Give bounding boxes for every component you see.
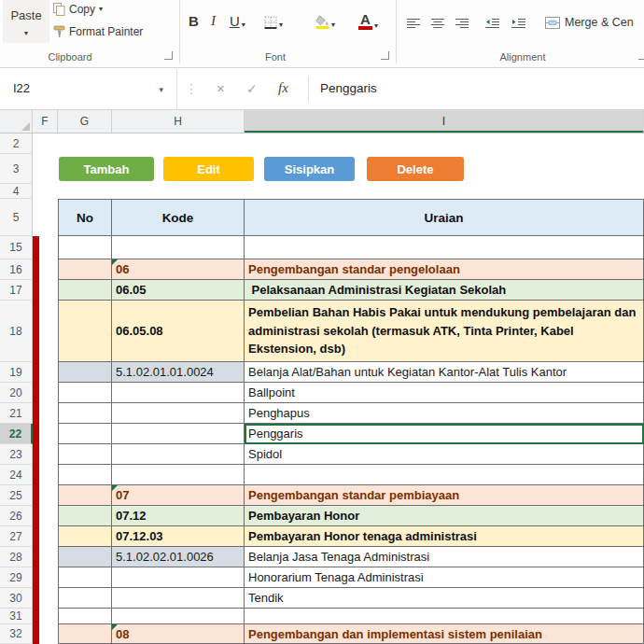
cell-f[interactable] <box>33 424 58 444</box>
cell-f[interactable] <box>33 485 58 506</box>
cell-kode[interactable]: 5.1.02.01.01.0024 <box>112 362 245 383</box>
cell-uraian[interactable]: Pembelian Bahan Habis Pakai untuk menduk… <box>245 301 644 362</box>
cell-f[interactable] <box>33 236 58 259</box>
row-header[interactable]: 24 <box>0 465 33 485</box>
cell-f[interactable] <box>33 362 58 383</box>
cell-f[interactable] <box>33 199 58 236</box>
row-header[interactable]: 4 <box>0 184 33 199</box>
column-header-f[interactable]: F <box>33 110 58 133</box>
cell-kode[interactable] <box>112 567 245 588</box>
row-header[interactable]: 32 <box>0 624 33 644</box>
cell-kode[interactable] <box>112 444 245 465</box>
decrease-indent-button[interactable] <box>485 18 500 29</box>
tambah-button[interactable]: Tambah <box>59 157 154 181</box>
select-all-corner[interactable] <box>0 110 33 133</box>
cell-kode[interactable] <box>112 383 245 403</box>
cell-no[interactable] <box>58 301 112 362</box>
bold-button[interactable]: B <box>189 13 199 29</box>
column-header-g[interactable]: G <box>58 110 112 133</box>
cancel-icon[interactable]: × <box>217 80 225 96</box>
row-header[interactable]: 5 <box>0 199 33 236</box>
row-header[interactable]: 3 <box>0 154 33 184</box>
formula-bar-input[interactable]: Penggaris <box>320 81 377 95</box>
cell-no[interactable] <box>58 485 112 506</box>
cell-no[interactable] <box>58 403 112 424</box>
header-kode[interactable]: Kode <box>112 199 245 236</box>
cell-uraian[interactable]: Tendik <box>245 588 644 609</box>
cell-kode[interactable] <box>112 588 245 609</box>
cell-kode[interactable] <box>112 236 245 259</box>
cell-f[interactable] <box>33 547 58 567</box>
format-painter-button[interactable]: Format Painter <box>53 22 143 41</box>
cell-f[interactable] <box>33 403 58 424</box>
edit-button[interactable]: Edit <box>163 157 254 181</box>
row-header[interactable]: 16 <box>0 259 33 280</box>
cell-no[interactable] <box>58 236 112 259</box>
row-header[interactable]: 15 <box>0 236 33 259</box>
cell-kode[interactable]: 06.05.08 <box>112 301 245 362</box>
enter-icon[interactable]: ✓ <box>246 81 258 96</box>
cell-uraian[interactable]: Spidol <box>245 444 644 465</box>
align-center-button[interactable] <box>431 18 445 29</box>
cell-kode[interactable]: 07.12 <box>112 506 245 526</box>
cell-uraian[interactable]: Belanja Alat/Bahan untuk Kegiatan Kantor… <box>245 362 644 383</box>
cell-no[interactable] <box>58 588 112 609</box>
cell-kode[interactable] <box>112 465 245 485</box>
cell-no[interactable] <box>58 362 112 383</box>
row-header[interactable]: 26 <box>0 506 33 526</box>
cell-f[interactable] <box>33 301 58 362</box>
cell-uraian[interactable]: Pembayaran Honor tenaga administrasi <box>245 526 644 547</box>
cell-f[interactable] <box>33 259 58 280</box>
cell-kode[interactable] <box>112 403 245 424</box>
font-color-button[interactable]: A ▾ <box>358 13 378 30</box>
clipboard-dialog-launcher-icon[interactable] <box>164 51 173 60</box>
cell-no[interactable] <box>58 444 112 465</box>
cell-uraian[interactable]: Ballpoint <box>245 383 644 403</box>
align-left-button[interactable] <box>407 18 421 29</box>
row-header[interactable]: 2 <box>0 133 33 154</box>
underline-button[interactable]: U ▾ <box>230 13 245 29</box>
cell-f[interactable] <box>33 383 58 403</box>
cell-f[interactable] <box>33 444 58 465</box>
cell-no[interactable] <box>58 567 112 588</box>
cell-f[interactable] <box>33 280 58 301</box>
cell-uraian[interactable]: Pengembangan dan implementasi sistem pen… <box>245 624 644 644</box>
cell-kode[interactable]: 06.05 <box>112 280 245 301</box>
cell-uraian[interactable] <box>245 236 644 259</box>
cell-uraian[interactable] <box>245 609 644 624</box>
cell-f[interactable] <box>33 567 58 588</box>
font-dialog-launcher-icon[interactable] <box>381 51 389 60</box>
cell-no[interactable] <box>58 465 112 485</box>
row-header[interactable]: 28 <box>0 547 33 567</box>
header-no[interactable]: No <box>58 199 112 236</box>
cell-no[interactable] <box>58 506 112 526</box>
row-header[interactable]: 29 <box>0 567 33 588</box>
cell-kode[interactable]: 07.12.03 <box>112 526 245 547</box>
cell-no[interactable] <box>58 424 112 444</box>
row-header[interactable]: 23 <box>0 444 33 465</box>
formula-bar-drag-handle[interactable]: ⋮ <box>185 81 198 96</box>
row-header[interactable]: 25 <box>0 485 33 506</box>
cell-f[interactable] <box>33 588 58 609</box>
paste-button[interactable]: Paste ▾ <box>3 0 49 43</box>
row-header-selected[interactable]: 22 <box>0 424 33 444</box>
fill-color-button[interactable]: ▾ <box>315 15 335 29</box>
cell-no[interactable] <box>58 383 112 403</box>
cell-kode[interactable]: 5.1.02.02.01.0026 <box>112 547 245 567</box>
italic-button[interactable]: I <box>211 13 216 29</box>
sisipkan-button[interactable]: Sisipkan <box>264 157 355 181</box>
cell-f[interactable] <box>33 465 58 485</box>
alignment-dialog-launcher-icon[interactable] <box>638 51 644 60</box>
cell-uraian[interactable]: Honorarium Tenaga Administrasi <box>245 567 644 588</box>
copy-button[interactable]: Copy ▾ <box>53 0 103 19</box>
cell-kode[interactable] <box>112 424 245 444</box>
cell-no[interactable] <box>58 624 112 644</box>
header-uraian[interactable]: Uraian <box>245 199 644 236</box>
delete-button[interactable]: Delete <box>367 157 464 181</box>
column-header-h[interactable]: H <box>112 110 245 133</box>
cell-kode[interactable]: 07 <box>112 485 245 506</box>
cell-f[interactable] <box>33 609 58 624</box>
row-header[interactable]: 20 <box>0 383 33 403</box>
cell-f[interactable] <box>33 506 58 526</box>
name-box[interactable]: I22 ▾ <box>0 69 177 110</box>
